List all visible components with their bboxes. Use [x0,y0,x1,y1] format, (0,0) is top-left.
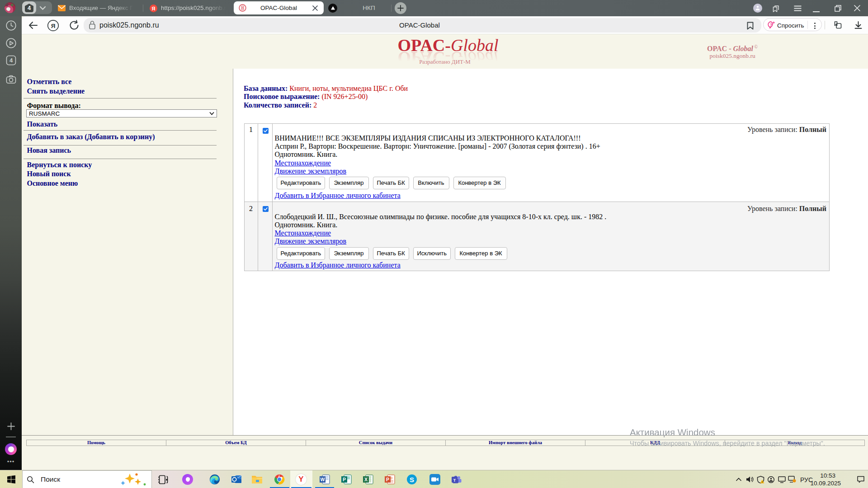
svg-text:4: 4 [9,57,13,64]
svg-text:P: P [343,477,346,482]
svg-text:P: P [386,477,389,482]
svg-text:T: T [453,478,456,483]
svg-text:X: X [364,477,368,482]
svg-text:S: S [410,476,414,483]
svg-text:!: ! [762,481,763,483]
svg-text:?: ? [770,23,773,27]
svg-text:Я: Я [51,23,56,29]
svg-text:W: W [321,477,325,482]
